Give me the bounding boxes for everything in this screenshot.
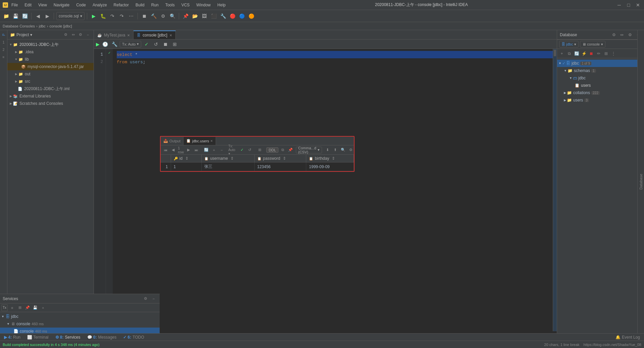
- console-context-dropdown[interactable]: 🖥 console ▾: [580, 41, 605, 48]
- res-table-btn[interactable]: ⊞: [256, 147, 263, 153]
- breadcrumb-item-2[interactable]: jdbc: [39, 24, 46, 28]
- bottom-tab-event-log[interactable]: 🔔 Event Log: [614, 334, 641, 340]
- results-tab-jdbc-users[interactable]: 📋 jdbc.users ✕: [183, 137, 216, 145]
- project-dropdown-icon[interactable]: ▾: [30, 32, 32, 37]
- toolbar-extra3-btn[interactable]: 🖼: [200, 12, 208, 20]
- res-refresh-btn[interactable]: 🔄: [203, 147, 210, 153]
- tree-item-src[interactable]: ▶ 📁 src: [7, 78, 94, 85]
- toolbar-icon-btn[interactable]: 📁: [2, 12, 10, 20]
- toolbar-stop-btn[interactable]: ⏹: [140, 12, 148, 20]
- toolbar-hammer-btn[interactable]: 🔨: [150, 12, 158, 20]
- menu-refactor[interactable]: Refactor: [112, 2, 130, 8]
- toolbar-run-btn[interactable]: ▶: [90, 12, 98, 20]
- res-settings-btn[interactable]: ⚙: [347, 147, 354, 153]
- toolbar-step-btn[interactable]: ↷: [108, 12, 116, 20]
- toolbar-more-btn[interactable]: ⋯: [127, 12, 135, 20]
- toolbar-extra6-btn[interactable]: 🔴: [228, 12, 236, 20]
- col-header-id[interactable]: 🔑 id ⇕: [171, 155, 202, 162]
- run-query-btn[interactable]: ▶: [96, 42, 100, 47]
- bottom-tab-messages[interactable]: 💬 0: Messages: [86, 334, 118, 340]
- services-btn-close[interactable]: −: [150, 295, 157, 302]
- db-edit-btn[interactable]: ✏: [595, 50, 602, 57]
- birthday-sort-icon[interactable]: ⇕: [332, 156, 335, 161]
- jdbc-context-dropdown[interactable]: 🗄 jdbc ▾: [559, 41, 579, 48]
- breadcrumb-item-3[interactable]: console [jdbc]: [50, 24, 72, 28]
- left-icon-1[interactable]: 1: [0, 39, 7, 46]
- res-check-btn[interactable]: ✓: [238, 147, 245, 153]
- svc-item-jdbc[interactable]: ▼ 🗄 jdbc: [0, 313, 160, 320]
- results-tab-output[interactable]: 📤 Output: [161, 137, 183, 145]
- toolbar-settings-btn[interactable]: ⚙: [159, 12, 167, 20]
- cell-username-1[interactable]: 张三: [202, 162, 255, 171]
- menu-code[interactable]: Code: [75, 2, 87, 8]
- toolbar-save-btn[interactable]: 💾: [11, 12, 19, 20]
- menu-navigate[interactable]: Navigate: [52, 2, 71, 8]
- panel-action-expand[interactable]: ⇔: [70, 32, 76, 38]
- db-tree-jdbc[interactable]: ▼ ✓ 🗄 jdbc 1 of 9: [557, 60, 644, 67]
- menu-run[interactable]: Run: [150, 2, 160, 8]
- db-btn-settings[interactable]: ⚙: [610, 31, 617, 38]
- res-ddl-btn[interactable]: DDL: [266, 147, 278, 153]
- panel-action-settings[interactable]: ⚙: [63, 32, 69, 38]
- left-icon-3[interactable]: ≡: [0, 54, 7, 60]
- svc-add-btn[interactable]: +: [40, 304, 46, 311]
- db-refresh-btn[interactable]: 🔄: [573, 50, 580, 57]
- bottom-tab-terminal[interactable]: ⬜ Terminal: [26, 334, 50, 340]
- maximize-button[interactable]: □: [625, 2, 632, 8]
- editor-table-btn[interactable]: ⊞: [171, 40, 179, 48]
- tx-dropdown[interactable]: Tx: Auto ▾: [120, 41, 141, 48]
- db-tree-users[interactable]: 📋 users: [557, 82, 644, 89]
- cell-birthday-1[interactable]: 1999-09-09: [306, 162, 354, 171]
- toolbar-forward-btn[interactable]: ▶: [43, 12, 51, 20]
- res-pin-btn[interactable]: 📌: [287, 147, 294, 153]
- db-copy-btn[interactable]: ⧉: [566, 50, 573, 57]
- db-tree-collations[interactable]: ▶ 📁 collations 222: [557, 89, 644, 96]
- tree-item-scratches[interactable]: ▶ 📝 Scratches and Consoles: [7, 100, 94, 107]
- res-add-btn[interactable]: +: [211, 147, 217, 153]
- breadcrumb-item-1[interactable]: Database Consoles: [3, 24, 35, 28]
- toolbar-search-btn[interactable]: 🔍: [168, 12, 176, 20]
- bottom-tab-services[interactable]: ⚙ 8: Services: [54, 334, 82, 340]
- code-content[interactable]: select * from users ;: [113, 49, 553, 331]
- svc-list-btn[interactable]: ≡: [9, 304, 15, 311]
- menu-bar[interactable]: File Edit View Navigate Code Analyze Ref…: [10, 2, 227, 8]
- res-zoom-btn[interactable]: 🔍: [340, 147, 346, 153]
- tab-console-jdbc[interactable]: 🗄 console [jdbc] ✕: [133, 30, 175, 39]
- tree-item-idea[interactable]: ▶ 📁 .idea: [7, 48, 94, 56]
- left-icon-2[interactable]: 2: [0, 46, 7, 53]
- menu-file[interactable]: File: [10, 2, 19, 8]
- toolbar-extra2-btn[interactable]: 📂: [191, 12, 199, 20]
- menu-edit[interactable]: Edit: [23, 2, 33, 8]
- toolbar-extra1-btn[interactable]: 📌: [181, 12, 190, 20]
- editor-clock-btn[interactable]: 🕐: [101, 40, 109, 48]
- svc-save-btn[interactable]: 💾: [32, 304, 39, 311]
- tab-close-console[interactable]: ✕: [169, 33, 172, 37]
- col-header-password[interactable]: 📋 password ⇕: [254, 155, 306, 162]
- tree-item-ext-libs[interactable]: ▶ 📚 External Libraries: [7, 92, 94, 100]
- db-tree-users-root[interactable]: ▶ 📁 users 3: [557, 96, 644, 104]
- username-sort-icon[interactable]: ⇕: [230, 156, 234, 161]
- jdbc-users-tab-close[interactable]: ✕: [210, 139, 213, 143]
- panel-action-close[interactable]: −: [85, 32, 91, 38]
- svc-item-console-parent[interactable]: ▼ 🖥 console 460 ms: [0, 320, 160, 328]
- db-checkbox-jdbc[interactable]: ✓: [562, 61, 566, 66]
- menu-help[interactable]: Help: [216, 2, 227, 8]
- res-split-btn[interactable]: ⧉: [279, 147, 286, 153]
- toolbar-back-btn[interactable]: ◀: [34, 12, 42, 20]
- toolbar-debug-btn[interactable]: 🐛: [99, 12, 107, 20]
- db-btn-gear[interactable]: ⚙: [627, 31, 633, 38]
- project-panel-actions[interactable]: ⚙ ⇔ ⚙ −: [63, 32, 91, 38]
- id-sort-icon[interactable]: ⇕: [185, 156, 189, 161]
- res-first-btn[interactable]: ⏮: [162, 147, 169, 153]
- res-prev-btn[interactable]: ◀: [170, 147, 176, 153]
- toolbar-extra5-btn[interactable]: 🔧: [219, 12, 227, 20]
- col-header-username[interactable]: 📋 username ⇕: [202, 155, 255, 162]
- db-sql-btn[interactable]: ⊞: [603, 50, 609, 57]
- cell-id-1[interactable]: 1: [171, 162, 202, 171]
- menu-view[interactable]: View: [37, 2, 48, 8]
- editor-stop-btn[interactable]: ⏹: [161, 40, 169, 48]
- tab-mytest-java[interactable]: ☕ MyTest.java ✕: [94, 30, 133, 39]
- db-panel-header-actions[interactable]: ⚙ ⇔ ⚙ −: [610, 31, 641, 38]
- panel-action-gear[interactable]: ⚙: [77, 32, 84, 38]
- editor-check-btn[interactable]: ✓: [143, 40, 151, 48]
